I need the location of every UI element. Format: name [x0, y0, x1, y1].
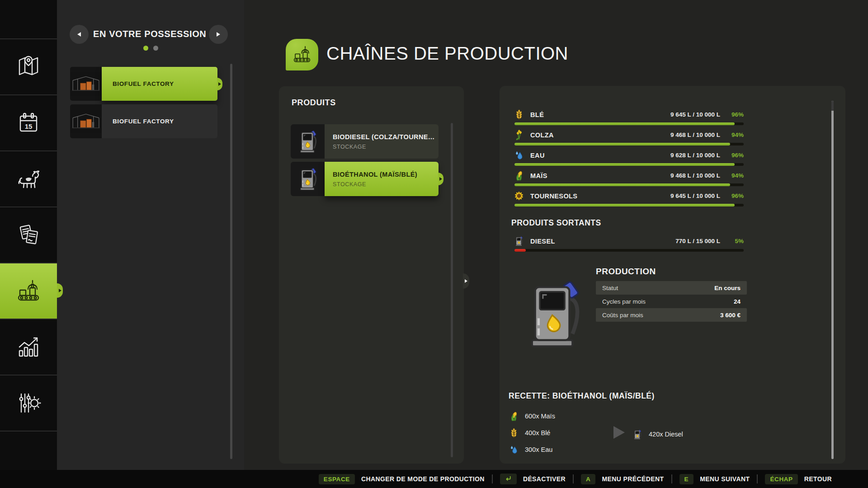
- fuel-pump-illustration: [526, 276, 582, 352]
- key-espace: ESPACE: [319, 474, 355, 484]
- product-mode: STOCKAGE: [333, 144, 439, 150]
- shortcut-deactivate[interactable]: DÉSACTIVER: [500, 474, 566, 484]
- sunflower-icon: [514, 191, 524, 201]
- shortcut-back[interactable]: ÉCHAP RETOUR: [765, 474, 832, 484]
- factory-list-item[interactable]: BIOFUEL FACTORY: [70, 67, 217, 101]
- possession-panel: EN VOTRE POSSESSION BIOFUEL FACTORY BIOF…: [57, 0, 244, 470]
- recipe-ingredient: 400x Blé: [509, 424, 555, 441]
- product-mode: STOCKAGE: [333, 181, 439, 188]
- fill-bar: [514, 163, 744, 166]
- arrow-left-icon: [77, 32, 81, 37]
- fill-bar: [514, 122, 744, 125]
- detail-scrollbar[interactable]: [831, 101, 834, 459]
- factory-thumbnail: [70, 104, 102, 138]
- storage-row: BLÉ 9 645 L / 10 000 L 96%: [514, 108, 744, 129]
- output-label: 420x Diesel: [649, 431, 683, 438]
- factory-image-icon: [70, 67, 102, 101]
- storage-row: TOURNESOLS 9 645 L / 10 000 L 96%: [514, 190, 744, 210]
- shortcut-change-mode[interactable]: ESPACE CHANGER DE MODE DE PRODUCTION: [319, 474, 485, 484]
- fuel-pump-icon: [633, 429, 642, 440]
- calendar-icon: 15: [16, 110, 41, 136]
- products-heading: PRODUITS: [292, 98, 336, 108]
- product-name: BIOÉTHANOL (MAÏS/BLÉ): [333, 171, 439, 178]
- storage-row: COLZA 9 468 L / 10 000 L 94%: [514, 129, 744, 149]
- input-storage-list: BLÉ 9 645 L / 10 000 L 96% COLZA 9 468 L…: [514, 108, 744, 210]
- divider: [757, 474, 758, 483]
- shortcut-label: MENU PRÉCÉDENT: [602, 475, 664, 483]
- storage-row: MAÏS 9 468 L / 10 000 L 94%: [514, 169, 744, 190]
- nav-calendar[interactable]: 15: [0, 94, 57, 150]
- product-list-item[interactable]: BIODIESEL (COLZA/TOURNE… STOCKAGE: [291, 124, 439, 159]
- factory-name: BIOFUEL FACTORY: [113, 118, 174, 125]
- table-row: Statut En cours: [596, 281, 747, 295]
- prev-page-button[interactable]: [70, 25, 89, 44]
- selected-indicator: [438, 173, 443, 185]
- key-e: E: [679, 474, 694, 484]
- rail-divider: [0, 431, 57, 432]
- page-dot[interactable]: [153, 46, 158, 51]
- key-a: A: [581, 474, 595, 484]
- nav-animals[interactable]: [0, 150, 57, 206]
- page-dot-active[interactable]: [143, 46, 148, 51]
- shortcut-bar: ESPACE CHANGER DE MODE DE PRODUCTION DÉS…: [0, 470, 868, 488]
- fuel-pump-icon: [298, 129, 317, 154]
- recipe-arrow-icon: [613, 426, 625, 439]
- product-list-item[interactable]: BIOÉTHANOL (MAÏS/BLÉ) STOCKAGE: [291, 162, 439, 196]
- possession-title: EN VOTRE POSSESSION: [93, 29, 206, 39]
- factory-list-item[interactable]: BIOFUEL FACTORY: [70, 104, 217, 138]
- ingredient-label: 600x Maïs: [525, 413, 555, 420]
- recipe-output: 420x Diesel: [633, 428, 683, 440]
- ingredient-label: 300x Eau: [525, 446, 552, 453]
- product-thumbnail: [291, 124, 325, 159]
- divider: [671, 474, 672, 483]
- contracts-icon: [16, 222, 41, 248]
- row-value: En cours: [714, 285, 741, 291]
- row-value: 3 600 €: [720, 312, 741, 319]
- page-icon: [286, 39, 318, 70]
- settings-icon: [16, 390, 41, 416]
- fill-percent: 94%: [720, 131, 744, 138]
- storage-row: EAU 9 628 L / 10 000 L 96%: [514, 149, 744, 169]
- divider: [573, 474, 574, 483]
- shortcut-label: DÉSACTIVER: [523, 475, 566, 483]
- ingredient-label: 400x Blé: [525, 429, 550, 436]
- shortcut-prev-menu[interactable]: A MENU PRÉCÉDENT: [581, 474, 664, 484]
- enter-icon: [505, 475, 512, 482]
- nav-settings[interactable]: [0, 375, 57, 431]
- fuel-pump-icon: [514, 236, 524, 246]
- table-row: Coûts par mois 3 600 €: [596, 308, 747, 322]
- fill-type-name: BLÉ: [530, 111, 544, 118]
- shortcut-label: CHANGER DE MODE DE PRODUCTION: [361, 475, 485, 483]
- key-echap: ÉCHAP: [765, 474, 797, 484]
- factory-name: BIOFUEL FACTORY: [113, 80, 174, 87]
- fill-percent: 96%: [720, 111, 744, 118]
- fill-bar: [514, 249, 744, 252]
- nav-production[interactable]: [0, 263, 57, 319]
- wheat-icon: [514, 109, 524, 120]
- fill-type-name: DIESEL: [530, 238, 555, 245]
- fill-amount: 9 468 L / 10 000 L: [670, 131, 720, 138]
- outputs-heading: PRODUITS SORTANTS: [511, 218, 601, 228]
- nav-contracts[interactable]: [0, 206, 57, 263]
- shortcut-label: MENU SUIVANT: [700, 475, 750, 483]
- panel-expander[interactable]: [463, 273, 469, 289]
- row-label: Cycles par mois: [602, 298, 646, 305]
- products-scrollbar[interactable]: [451, 123, 453, 457]
- nav-map[interactable]: [0, 38, 57, 94]
- output-storage-list: DIESEL 770 L / 15 000 L 5%: [514, 235, 744, 255]
- shortcut-next-menu[interactable]: E MENU SUIVANT: [679, 474, 750, 484]
- next-page-button[interactable]: [209, 25, 228, 44]
- fill-bar: [514, 204, 744, 206]
- possession-scrollbar[interactable]: [230, 64, 232, 459]
- recipe-ingredient: 600x Maïs: [509, 408, 555, 424]
- production-table: Statut En cours Cycles par mois 24 Coûts…: [596, 281, 747, 322]
- fill-type-name: EAU: [530, 152, 545, 159]
- fill-type-name: COLZA: [530, 131, 554, 139]
- nav-statistics[interactable]: [0, 319, 57, 375]
- production-icon: [16, 278, 41, 304]
- corn-icon: [509, 411, 518, 421]
- fill-amount: 770 L / 15 000 L: [675, 238, 720, 244]
- fuel-pump-icon: [298, 167, 317, 191]
- fill-amount: 9 645 L / 10 000 L: [670, 111, 720, 118]
- wheat-icon: [509, 428, 518, 438]
